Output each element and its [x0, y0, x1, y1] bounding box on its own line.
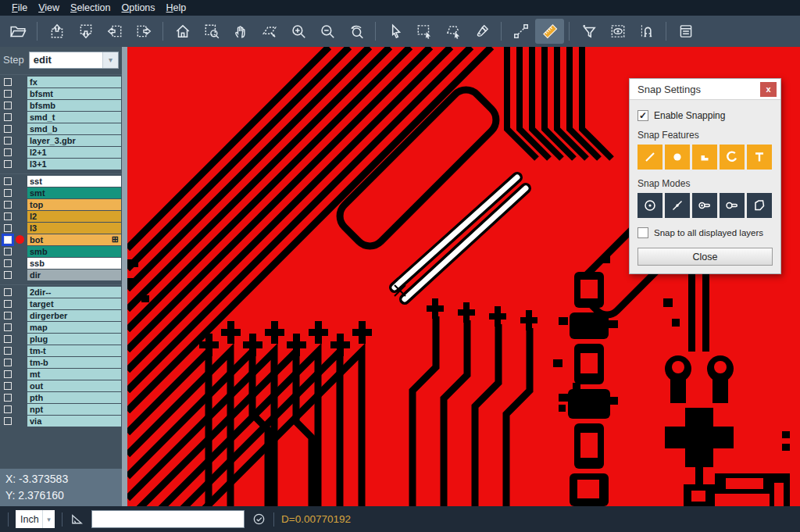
- layer-visibility-checkbox[interactable]: [4, 137, 12, 145]
- layer-visibility-checkbox[interactable]: [4, 113, 12, 121]
- snap-mode-slot-end-filled-button[interactable]: [692, 193, 717, 218]
- layer-row[interactable]: bfsmb: [0, 99, 122, 111]
- menu-view[interactable]: View: [33, 2, 65, 13]
- zoom-out-button[interactable]: [312, 19, 341, 44]
- layer-visibility-checkbox[interactable]: [4, 312, 12, 320]
- layer-visibility-checkbox[interactable]: [4, 102, 12, 109]
- layer-row[interactable]: fx: [0, 76, 122, 87]
- menu-options[interactable]: Options: [116, 2, 160, 13]
- measure-line-button[interactable]: [506, 19, 535, 44]
- snap-all-layers-checkbox[interactable]: [638, 227, 648, 238]
- layer-row[interactable]: npt: [0, 403, 122, 415]
- layer-row[interactable]: bfsmt: [0, 87, 122, 99]
- snap-feature-surface-button[interactable]: [692, 145, 717, 170]
- layer-row[interactable]: l2: [0, 210, 122, 222]
- layer-row[interactable]: sst: [0, 175, 122, 187]
- layer-row[interactable]: out: [0, 380, 122, 391]
- layer-row[interactable]: ssb: [0, 257, 122, 269]
- layer-row[interactable]: target: [0, 298, 122, 309]
- layer-row[interactable]: l3: [0, 222, 122, 234]
- select-polygon-button[interactable]: [438, 19, 467, 44]
- pan-down-button[interactable]: [71, 19, 100, 44]
- layer-visibility-checkbox[interactable]: [4, 125, 12, 133]
- layer-visibility-checkbox[interactable]: [4, 201, 12, 209]
- step-select[interactable]: edit ▾: [29, 52, 119, 69]
- pan-hand-button[interactable]: [226, 19, 255, 44]
- layer-visibility-checkbox[interactable]: [4, 335, 12, 343]
- layer-visibility-checkbox[interactable]: [4, 288, 12, 296]
- apply-check-icon[interactable]: [252, 512, 266, 527]
- layer-row[interactable]: 2dir--: [0, 286, 122, 298]
- layer-row[interactable]: plug: [0, 333, 122, 345]
- pan-right-button[interactable]: [129, 19, 158, 44]
- snap-mode-center-button[interactable]: [638, 193, 662, 218]
- layer-visibility-checkbox[interactable]: [4, 394, 12, 402]
- layer-visibility-checkbox[interactable]: [4, 271, 12, 279]
- units-select[interactable]: Inch ▾: [16, 510, 55, 528]
- snap-feature-line-button[interactable]: [638, 145, 662, 170]
- snap-feature-text-button[interactable]: [747, 145, 772, 170]
- layer-row[interactable]: top: [0, 198, 122, 210]
- layer-visibility-checkbox[interactable]: [4, 160, 12, 168]
- zoom-previous-button[interactable]: [341, 19, 370, 44]
- layer-visibility-checkbox[interactable]: [4, 236, 12, 244]
- snap-mode-midpoint-button[interactable]: [665, 193, 690, 218]
- zoom-in-button[interactable]: [284, 19, 312, 44]
- layer-visibility-checkbox[interactable]: [4, 382, 12, 390]
- layer-visibility-checkbox[interactable]: [4, 323, 12, 331]
- layer-row[interactable]: smt: [0, 187, 122, 198]
- layer-row[interactable]: l3+1: [0, 158, 122, 170]
- snap-mode-vertex-button[interactable]: [747, 193, 772, 218]
- brush-button[interactable]: [467, 19, 496, 44]
- layer-visibility-checkbox[interactable]: [4, 90, 12, 98]
- snap-feature-pad-button[interactable]: [665, 145, 690, 170]
- snap-feature-arc-button[interactable]: [720, 145, 745, 170]
- zoom-window-button[interactable]: [197, 19, 226, 44]
- layer-visibility-checkbox[interactable]: [4, 248, 12, 255]
- layer-visibility-checkbox[interactable]: [4, 224, 12, 232]
- layer-visibility-checkbox[interactable]: [4, 417, 12, 425]
- layer-visibility-checkbox[interactable]: [4, 259, 12, 267]
- dialog-close-button[interactable]: x: [760, 82, 777, 97]
- layer-row[interactable]: smb: [0, 245, 122, 257]
- layer-row[interactable]: layer_3.gbr: [0, 134, 122, 146]
- snap-mode-slot-end-button[interactable]: [720, 193, 745, 218]
- layer-visibility-checkbox[interactable]: [4, 359, 12, 366]
- measure-ruler-button[interactable]: [535, 19, 564, 44]
- snap-settings-button[interactable]: [632, 19, 661, 44]
- dialog-title-bar[interactable]: Snap Settings x: [630, 79, 780, 100]
- layer-visibility-checkbox[interactable]: [4, 189, 12, 197]
- layer-visibility-checkbox[interactable]: [4, 370, 12, 378]
- pcb-canvas[interactable]: Snap Settings x Enable Snapping Snap Fea…: [127, 47, 800, 506]
- layer-row[interactable]: dirgerber: [0, 309, 122, 321]
- filter-button[interactable]: [574, 19, 603, 44]
- layer-row[interactable]: dir: [0, 269, 122, 280]
- layer-row[interactable]: bot⊞: [0, 234, 122, 245]
- pan-left-button[interactable]: [100, 19, 129, 44]
- layer-row[interactable]: pth: [0, 391, 122, 403]
- layer-visibility-checkbox[interactable]: [4, 78, 12, 86]
- layer-row[interactable]: mt: [0, 368, 122, 380]
- zoom-dynamic-button[interactable]: [255, 19, 284, 44]
- layer-visibility-checkbox[interactable]: [4, 405, 12, 413]
- layer-row[interactable]: tm-t: [0, 345, 122, 356]
- dialog-close-action-button[interactable]: Close: [638, 248, 773, 266]
- layer-visibility-checkbox[interactable]: [4, 148, 12, 156]
- select-arrow-button[interactable]: [380, 19, 409, 44]
- enable-snapping-checkbox[interactable]: [638, 110, 648, 121]
- layer-row[interactable]: l2+1: [0, 146, 122, 158]
- menu-selection[interactable]: Selection: [65, 2, 116, 13]
- layer-visibility-checkbox[interactable]: [4, 347, 12, 355]
- layer-row[interactable]: map: [0, 321, 122, 333]
- pan-up-button[interactable]: [42, 19, 71, 44]
- layer-visibility-checkbox[interactable]: [4, 212, 12, 220]
- home-view-button[interactable]: [168, 19, 197, 44]
- layer-table-button[interactable]: [671, 19, 700, 44]
- select-rectangle-button[interactable]: [409, 19, 438, 44]
- layer-visibility-checkbox[interactable]: [4, 300, 12, 308]
- open-file-button[interactable]: [3, 19, 32, 44]
- layer-row[interactable]: tm-b: [0, 356, 122, 368]
- command-input[interactable]: [91, 510, 245, 528]
- layer-visibility-checkbox[interactable]: [4, 177, 12, 185]
- view-options-button[interactable]: [603, 19, 632, 44]
